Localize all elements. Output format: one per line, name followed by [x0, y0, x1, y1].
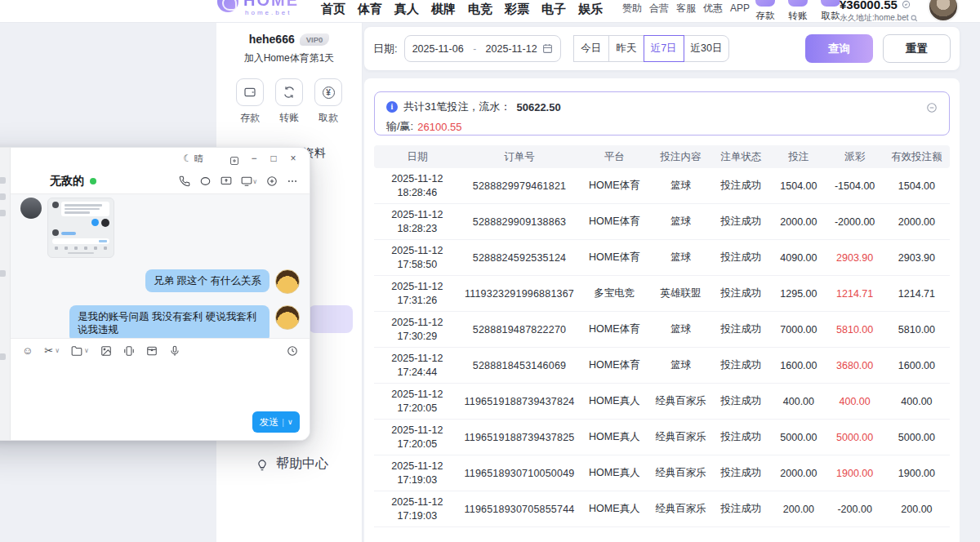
more-icon[interactable]: [287, 175, 298, 187]
cell-platform: HOME体育: [578, 358, 650, 372]
sidebar-sliver-icon: [0, 270, 6, 277]
search-icon[interactable]: [911, 15, 918, 22]
table-row[interactable]: 2025-11-1217:20:05 1196519188739437824 H…: [374, 384, 950, 420]
secondary-nav-item[interactable]: APP: [730, 1, 750, 16]
table-row[interactable]: 2025-11-1217:20:05 1196519188739437825 H…: [374, 420, 950, 455]
secondary-nav-item[interactable]: 客服: [676, 1, 696, 16]
cell-payout: 5810.00: [826, 324, 884, 335]
help-menu-label: 帮助中心: [276, 455, 328, 473]
cell-bet-content: 篮球: [650, 215, 710, 229]
secondary-nav-item[interactable]: 赞助: [622, 1, 642, 16]
join-days-text: 加入Home体育第1天: [216, 51, 362, 65]
mic-icon[interactable]: [169, 345, 180, 357]
send-button[interactable]: 发送 | ∨: [252, 411, 300, 433]
table-row[interactable]: 2025-11-1218:28:23 5288829909138863 HOME…: [374, 204, 950, 240]
wallet-action[interactable]: 转账: [782, 0, 813, 22]
sidebar-deposit-button[interactable]: 存款: [236, 78, 264, 125]
nav-item[interactable]: 首页: [321, 0, 345, 19]
table-row[interactable]: 2025-11-1217:31:26 1119323291996881367 多…: [374, 276, 950, 312]
screen-share-icon[interactable]: [220, 175, 232, 187]
shake-icon[interactable]: [123, 345, 135, 357]
cell-valid-amount: 200.00: [884, 504, 950, 515]
nav-item[interactable]: 体育: [358, 0, 382, 19]
cell-order-number: 5288829979461821: [461, 180, 579, 192]
add-icon[interactable]: [266, 175, 278, 187]
quick-range-button[interactable]: 今日: [573, 35, 609, 62]
date-filter-label: 日期:: [373, 42, 398, 56]
reset-button[interactable]: 重置: [883, 34, 951, 63]
nav-item[interactable]: 真人: [394, 0, 419, 19]
summary-turnover-value: 50622.50: [516, 101, 560, 113]
workspace-icon[interactable]: [225, 151, 244, 166]
nav-item[interactable]: 娱乐: [578, 0, 603, 19]
sidebar-withdraw-button[interactable]: ¥ 取款: [314, 78, 342, 125]
file-icon[interactable]: ∨: [71, 345, 89, 357]
quick-range-button[interactable]: 近30日: [684, 35, 730, 62]
query-button[interactable]: 查询: [805, 34, 873, 63]
wallet-action[interactable]: 存款: [750, 0, 781, 22]
deposit-label: 存款: [240, 111, 260, 125]
video-call-icon[interactable]: [199, 175, 212, 187]
shared-screenshot-image[interactable]: [47, 198, 114, 258]
cell-platform: HOME体育: [578, 179, 650, 193]
collapse-summary-icon[interactable]: [926, 102, 938, 113]
cell-bet-content: 经典百家乐: [650, 430, 710, 444]
cell-date: 2025-11-1217:58:50: [374, 244, 461, 272]
calendar-icon[interactable]: [542, 43, 553, 54]
cell-bet-amount: 400.00: [771, 396, 826, 407]
chat-history-icon[interactable]: [287, 345, 298, 357]
nav-item[interactable]: 彩票: [505, 0, 529, 19]
red-packet-icon[interactable]: [146, 345, 158, 357]
cell-platform: HOME真人: [578, 430, 650, 444]
nav-item[interactable]: 电子: [541, 0, 566, 19]
table-row[interactable]: 2025-11-1217:58:50 5288824592535124 HOME…: [374, 240, 950, 276]
image-icon[interactable]: [100, 345, 112, 357]
chat-window[interactable]: ☾ 晴 − □ × 无敌的 ∨: [0, 147, 310, 441]
table-row[interactable]: 2025-11-1217:24:44 5288818453146069 HOME…: [374, 348, 950, 384]
summary-total-label: 共计31笔投注，流水：: [403, 100, 510, 114]
quick-range-button[interactable]: 昨天: [608, 35, 644, 62]
close-button[interactable]: ×: [283, 149, 303, 168]
secondary-nav-item[interactable]: 合营: [649, 1, 669, 16]
cell-order-number: 1196518930710050049: [461, 468, 579, 479]
cell-bet-content: 经典百家乐: [650, 394, 710, 408]
my-avatar[interactable]: [275, 305, 300, 330]
sidebar-username: hehe666: [249, 33, 295, 46]
voice-call-icon[interactable]: [179, 175, 190, 187]
info-icon: i: [386, 101, 398, 113]
cell-valid-amount: 5000.00: [884, 432, 950, 443]
table-row[interactable]: 2025-11-1217:30:29 5288819487822270 HOME…: [374, 312, 950, 348]
table-row[interactable]: 2025-11-1217:19:03 1196518930710050049 H…: [374, 455, 950, 491]
emoji-icon[interactable]: ☺: [22, 345, 33, 356]
chat-input-area[interactable]: 发送 | ∨: [11, 362, 310, 440]
nav-item[interactable]: 棋牌: [431, 0, 456, 19]
screenshot-icon[interactable]: ✂∨: [44, 345, 60, 356]
active-menu-highlight[interactable]: [309, 305, 353, 333]
sidebar-sliver-icon: [0, 353, 6, 360]
table-header-cell: 注单状态: [710, 150, 771, 164]
table-row[interactable]: 2025-11-1217:19:03 1196518930705855744 H…: [374, 491, 950, 527]
sidebar-transfer-button[interactable]: 转账: [275, 78, 303, 125]
nav-item[interactable]: 电竞: [468, 0, 492, 19]
sidebar-item-help[interactable]: 帮助中心: [256, 455, 328, 473]
date-range-input[interactable]: 2025-11-06 - 2025-11-12: [404, 35, 561, 62]
quick-range-button[interactable]: 近7日: [644, 35, 684, 62]
weather-widget[interactable]: ☾ 晴: [183, 153, 203, 165]
wallet-action-label: 转账: [789, 10, 808, 22]
cell-bet-amount: 5000.00: [771, 432, 826, 443]
secondary-nav-item[interactable]: 优惠: [703, 1, 723, 16]
cell-platform: HOME体育: [578, 322, 650, 336]
my-avatar[interactable]: [275, 269, 300, 294]
table-row[interactable]: 2025-11-1218:28:46 5288829979461821 HOME…: [374, 168, 950, 204]
refresh-balance-icon[interactable]: [902, 0, 911, 9]
wallet-action-icon: [788, 0, 808, 7]
send-divider: |: [282, 418, 284, 427]
minimize-button[interactable]: −: [244, 149, 264, 168]
cell-valid-amount: 1900.00: [884, 468, 950, 479]
contact-avatar[interactable]: [20, 198, 42, 219]
remote-desktop-icon[interactable]: ∨: [241, 175, 257, 187]
maximize-button[interactable]: □: [264, 149, 283, 168]
cell-status: 投注成功: [710, 358, 771, 372]
user-avatar[interactable]: [928, 0, 959, 22]
cell-order-number: 1119323291996881367: [461, 288, 579, 300]
